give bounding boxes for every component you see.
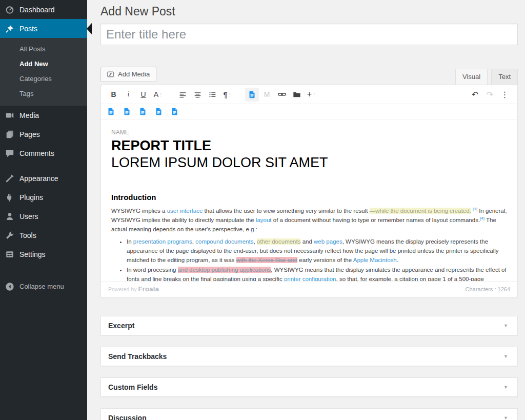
sidebar-item-tools[interactable]: Tools bbox=[0, 226, 87, 245]
panel-title: Custom Fields bbox=[108, 383, 157, 391]
chevron-down-icon[interactable]: ▼ bbox=[501, 354, 510, 359]
doc-bullet-item: In presentation programs, compound docum… bbox=[127, 237, 507, 265]
ordered-list-icon bbox=[209, 91, 216, 98]
insert-more-button[interactable]: +⋮ bbox=[305, 88, 318, 102]
file-manager-button[interactable] bbox=[290, 88, 304, 102]
align-left-icon bbox=[179, 91, 187, 98]
paragraph-format-button[interactable]: ¶⋮ bbox=[220, 88, 234, 102]
content-link[interactable]: web pages bbox=[314, 238, 342, 245]
content-link[interactable]: user interface bbox=[167, 208, 203, 214]
underline-button[interactable]: U bbox=[136, 88, 150, 102]
sidebar-item-label: Dashboard bbox=[19, 6, 55, 14]
submenu-item-add-new[interactable]: Add New bbox=[0, 56, 87, 71]
postbox-panels: Excerpt▼Send Trackbacks▼Custom Fields▼Di… bbox=[100, 316, 518, 420]
doc-section-heading: Introduction bbox=[111, 193, 507, 202]
tab-text[interactable]: Text bbox=[491, 69, 518, 85]
post-title-input[interactable] bbox=[100, 24, 518, 45]
doc-name-label: NAME bbox=[111, 129, 507, 136]
content-link[interactable]: Apple Macintosh bbox=[353, 257, 397, 263]
chevron-down-icon[interactable]: ▼ bbox=[501, 385, 510, 390]
sidebar-item-media[interactable]: Media bbox=[0, 106, 87, 125]
tab-visual[interactable]: Visual bbox=[455, 69, 488, 85]
italic-button[interactable]: i bbox=[122, 88, 135, 102]
panel-excerpt[interactable]: Excerpt▼ bbox=[100, 316, 518, 335]
add-media-label: Add Media bbox=[118, 70, 150, 78]
panel-custom-fields[interactable]: Custom Fields▼ bbox=[100, 377, 518, 397]
appearance-icon bbox=[5, 173, 15, 184]
pages-icon bbox=[5, 129, 15, 139]
sidebar-item-comments[interactable]: Comments bbox=[0, 144, 87, 163]
redo-button[interactable]: ↷ bbox=[483, 88, 497, 102]
tracked-deletion-text: and desktop publishing applications bbox=[178, 267, 271, 273]
content-link[interactable]: printer configuration bbox=[284, 276, 336, 281]
insert-template-button[interactable] bbox=[245, 88, 259, 102]
sidebar-item-users[interactable]: Users bbox=[0, 207, 87, 226]
sidebar-item-pages[interactable]: Pages bbox=[0, 125, 87, 144]
doc-bullet-item: In word processing and desktop publishin… bbox=[127, 266, 507, 281]
insert-link-button[interactable] bbox=[275, 88, 289, 102]
template-1-icon[interactable] bbox=[107, 108, 115, 115]
template-shortcut-bar bbox=[101, 104, 517, 119]
template-2-icon[interactable] bbox=[123, 108, 131, 115]
chevron-down-icon[interactable]: ▼ bbox=[501, 323, 510, 328]
ordered-list-button[interactable] bbox=[206, 88, 219, 102]
powered-by: Powered by Froala bbox=[108, 285, 159, 293]
submenu-item-categories[interactable]: Categories bbox=[0, 71, 87, 86]
character-count: Characters : 1264 bbox=[466, 286, 510, 292]
sidebar-item-label: Pages bbox=[19, 130, 40, 138]
content-link[interactable]: compound documents bbox=[195, 238, 253, 245]
plugins-icon bbox=[5, 192, 15, 203]
doc-paragraph: WYSIWYG implies a user interface that al… bbox=[111, 207, 507, 234]
toolbar-right-group: ↶↷⋮ bbox=[468, 88, 512, 102]
folder-icon bbox=[293, 90, 301, 98]
markdown-button[interactable]: M bbox=[260, 88, 274, 102]
sidebar-item-settings[interactable]: Settings bbox=[0, 245, 87, 264]
sidebar-item-label: Comments bbox=[19, 149, 54, 157]
doc-report-subtitle: LOREM IPSUM DOLOR SIT AMET bbox=[111, 154, 507, 171]
content-link[interactable]: presentation programs bbox=[133, 238, 192, 245]
tracked-deletion-text: with the Xerox Star and bbox=[236, 257, 298, 263]
settings-icon bbox=[5, 249, 15, 259]
users-icon bbox=[5, 211, 15, 222]
font-options-button[interactable]: A⋮ bbox=[151, 88, 165, 102]
sidebar-item-label: Plugins bbox=[19, 193, 43, 202]
template-4-icon[interactable] bbox=[155, 108, 163, 115]
submenu-item-tags[interactable]: Tags bbox=[0, 86, 87, 101]
template-3-icon[interactable] bbox=[139, 108, 147, 115]
chevron-down-icon[interactable]: ▼ bbox=[501, 415, 510, 420]
template-icon bbox=[248, 91, 256, 98]
editor-toolbar: BiUA⋮¶⋮M+⋮↶↷⋮ bbox=[101, 85, 517, 104]
doc-report-title: REPORT TITLE bbox=[111, 137, 507, 154]
sidebar-item-posts[interactable]: Posts bbox=[0, 19, 87, 38]
pin-icon bbox=[5, 24, 15, 34]
panel-send-trackbacks[interactable]: Send Trackbacks▼ bbox=[100, 347, 518, 366]
editor-header-row: Add Media Visual Text bbox=[100, 67, 518, 85]
sidebar-item-appearance[interactable]: Appearance bbox=[0, 169, 87, 188]
undo-button[interactable]: ↶ bbox=[468, 88, 482, 102]
editor: BiUA⋮¶⋮M+⋮↶↷⋮ NAME REPORT TITLE LOREM IP… bbox=[100, 85, 518, 298]
align-center-button[interactable] bbox=[191, 88, 205, 102]
panel-discussion[interactable]: Discussion▼ bbox=[100, 408, 518, 420]
content-link[interactable]: layout bbox=[256, 217, 272, 223]
more-options-button[interactable]: ⋮ bbox=[498, 88, 512, 102]
submenu-item-all-posts[interactable]: All Posts bbox=[0, 42, 87, 56]
citation-ref: [4] bbox=[480, 216, 484, 221]
froala-logo[interactable]: Froala bbox=[138, 285, 159, 293]
sidebar-item-dashboard[interactable]: Dashboard bbox=[0, 0, 87, 19]
sidebar-item-plugins[interactable]: Plugins bbox=[0, 188, 87, 207]
sidebar-item-label: Tools bbox=[19, 231, 36, 239]
page-title: Add New Post bbox=[100, 2, 518, 24]
sidebar-item-collapse-menu[interactable]: Collapse menu bbox=[0, 277, 87, 296]
sidebar-item-label: Appearance bbox=[19, 174, 58, 183]
collapse-icon bbox=[5, 282, 15, 292]
dropdown-caret-icon: ⋮ bbox=[159, 93, 163, 96]
highlighted-text: —while the document is being created. bbox=[370, 208, 471, 214]
editor-content-area[interactable]: NAME REPORT TITLE LOREM IPSUM DOLOR SIT … bbox=[101, 119, 517, 281]
bold-button[interactable]: B bbox=[107, 88, 120, 102]
comments-icon bbox=[5, 148, 15, 158]
add-media-button[interactable]: Add Media bbox=[100, 67, 156, 82]
editor-footer: Powered by Froala Characters : 1264 bbox=[101, 281, 517, 297]
sidebar-item-label: Posts bbox=[19, 25, 37, 33]
align-left-button[interactable] bbox=[176, 88, 190, 102]
template-5-icon[interactable] bbox=[171, 108, 178, 115]
